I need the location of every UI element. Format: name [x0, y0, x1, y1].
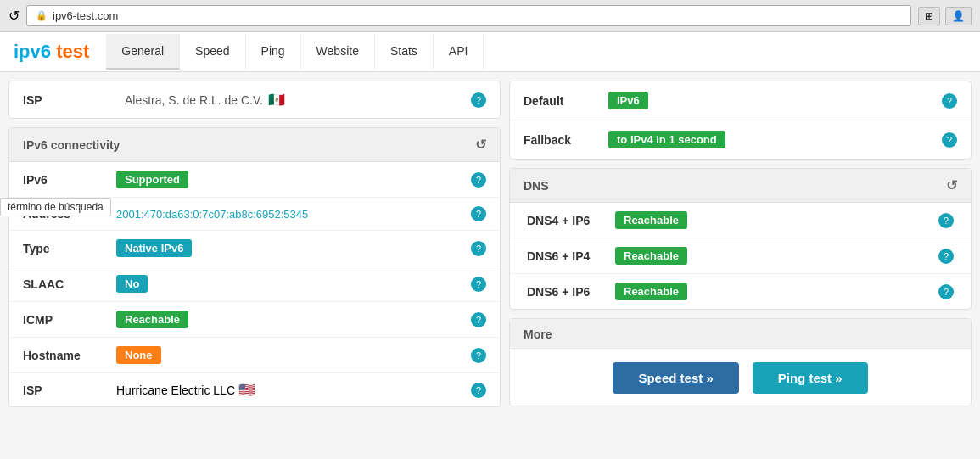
- connectivity-title: IPv6 connectivity: [23, 138, 120, 152]
- speed-test-button[interactable]: Speed test »: [613, 362, 738, 394]
- connectivity-header: IPv6 connectivity ↺: [9, 128, 500, 162]
- type-row: Type Native IPv6 ?: [9, 231, 500, 266]
- url-bar[interactable]: 🔒 ipv6-test.com: [26, 5, 911, 26]
- tab-ping[interactable]: Ping: [246, 34, 301, 70]
- ipv6-help[interactable]: ?: [471, 172, 486, 188]
- grid-btn[interactable]: ⊞: [918, 7, 940, 25]
- isp-value: Alestra, S. de R.L. de C.V. 🇲🇽: [125, 92, 471, 108]
- isp-label: ISP: [23, 93, 125, 107]
- ipv6-row: IPv6 Supported ?: [9, 162, 500, 198]
- connectivity-refresh[interactable]: ↺: [475, 137, 486, 153]
- icmp-label: ICMP: [23, 313, 116, 327]
- icmp-row: ICMP Reachable ?: [9, 302, 500, 338]
- isp-help-icon[interactable]: ?: [471, 92, 486, 108]
- dns4-ip6-badge: Reachable: [615, 211, 687, 229]
- hostname-value: None: [116, 346, 471, 364]
- slaac-value: No: [116, 275, 471, 293]
- url-text: ipv6-test.com: [53, 9, 118, 22]
- tab-website[interactable]: Website: [301, 34, 375, 70]
- dns4-ip6-label: DNS4 + IP6: [527, 214, 603, 227]
- hostname-row: Hostname None ?: [9, 338, 500, 373]
- address-help[interactable]: ?: [471, 206, 486, 221]
- ping-test-button[interactable]: Ping test »: [753, 362, 868, 394]
- fallback-help[interactable]: ?: [942, 132, 957, 148]
- hostname-help[interactable]: ?: [471, 348, 486, 363]
- dns6-ip6-row: DNS6 + IP6 Reachable ?: [510, 274, 971, 309]
- logo-test: test: [56, 41, 89, 62]
- slaac-row: SLAAC No ?: [9, 266, 500, 302]
- right-panel: Default IPv6 ? Fallback to IPv4 in 1 sec…: [501, 81, 972, 407]
- tab-speed[interactable]: Speed: [180, 34, 245, 70]
- browser-chrome: ↺ 🔒 ipv6-test.com ⊞ 👤: [0, 0, 980, 32]
- person-btn[interactable]: 👤: [945, 7, 972, 25]
- type-help[interactable]: ?: [471, 241, 486, 256]
- logo-ipv6: ipv6: [14, 41, 51, 62]
- conn-isp-value: Hurricane Electric LLC 🇺🇸: [116, 382, 471, 398]
- dns6-ip6-badge: Reachable: [615, 283, 687, 300]
- info-card: Default IPv6 ? Fallback to IPv4 in 1 sec…: [509, 81, 972, 160]
- default-label: Default: [524, 94, 608, 108]
- fallback-badge: to IPv4 in 1 second: [608, 131, 725, 148]
- address-link[interactable]: 2001:470:da63:0:7c07:ab8c:6952:5345: [116, 208, 308, 221]
- slaac-label: SLAAC: [23, 277, 116, 291]
- conn-isp-help[interactable]: ?: [471, 383, 486, 398]
- isp-name: Alestra, S. de R.L. de C.V.: [125, 93, 263, 107]
- main-content: término de búsqueda ISP Alestra, S. de R…: [0, 72, 980, 416]
- default-help[interactable]: ?: [942, 93, 957, 109]
- dns6-ip4-help[interactable]: ?: [938, 249, 954, 264]
- dns6-ip6-help[interactable]: ?: [938, 284, 954, 299]
- site-header: ipv6 test General Speed Ping Website Sta…: [0, 32, 980, 72]
- slaac-help[interactable]: ?: [471, 277, 486, 292]
- fallback-label: Fallback: [524, 133, 608, 147]
- dns-title: DNS: [524, 179, 549, 193]
- hostname-badge: None: [116, 346, 161, 364]
- search-tooltip: término de búsqueda: [0, 198, 111, 216]
- dns6-ip6-label: DNS6 + IP6: [527, 285, 603, 299]
- dns6-ip4-badge: Reachable: [615, 247, 687, 265]
- default-row: Default IPv6 ?: [510, 81, 971, 120]
- conn-isp-row: ISP Hurricane Electric LLC 🇺🇸 ?: [9, 373, 500, 406]
- dns6-ip4-row: DNS6 + IP4 Reachable ?: [510, 238, 971, 274]
- default-value: IPv6: [608, 92, 942, 109]
- tab-general[interactable]: General: [106, 34, 180, 70]
- dns-refresh[interactable]: ↺: [946, 177, 957, 193]
- dns-header: DNS ↺: [510, 169, 971, 203]
- fallback-value: to IPv4 in 1 second: [608, 131, 942, 148]
- more-section: More Speed test » Ping test »: [509, 318, 972, 406]
- dns4-ip6-row: DNS4 + IP6 Reachable ?: [510, 203, 971, 238]
- isp-row: ISP Alestra, S. de R.L. de C.V. 🇲🇽 ?: [8, 81, 501, 119]
- back-icon[interactable]: ↺: [8, 8, 20, 24]
- icmp-value: Reachable: [116, 311, 471, 328]
- fallback-row: Fallback to IPv4 in 1 second ?: [510, 120, 971, 159]
- tab-stats[interactable]: Stats: [375, 34, 434, 70]
- address-value: 2001:470:da63:0:7c07:ab8c:6952:5345: [116, 207, 471, 221]
- dns-section: DNS ↺ DNS4 + IP6 Reachable ? DNS6 + IP4 …: [509, 168, 972, 310]
- browser-controls: ⊞ 👤: [918, 7, 972, 25]
- isp-flag: 🇲🇽: [268, 92, 285, 108]
- conn-isp-name: Hurricane Electric LLC: [116, 383, 235, 397]
- more-header: More: [510, 319, 971, 350]
- tab-api[interactable]: API: [434, 34, 484, 70]
- type-value: Native IPv6: [116, 239, 471, 257]
- icmp-help[interactable]: ?: [471, 312, 486, 327]
- conn-isp-flag: 🇺🇸: [238, 383, 255, 397]
- lock-icon: 🔒: [36, 10, 48, 21]
- conn-isp-label: ISP: [23, 383, 116, 397]
- ipv6-badge: Supported: [116, 171, 188, 188]
- connectivity-section: IPv6 connectivity ↺ IPv6 Supported ? Add…: [8, 127, 501, 407]
- more-buttons: Speed test » Ping test »: [510, 350, 971, 406]
- nav-tabs: General Speed Ping Website Stats API: [106, 34, 484, 70]
- dns4-ip6-help[interactable]: ?: [938, 213, 954, 228]
- slaac-badge: No: [116, 275, 148, 293]
- type-label: Type: [23, 242, 116, 255]
- ipv6-label: IPv6: [23, 173, 116, 187]
- dns6-ip4-label: DNS6 + IP4: [527, 249, 603, 263]
- hostname-label: Hostname: [23, 349, 116, 362]
- left-panel: ISP Alestra, S. de R.L. de C.V. 🇲🇽 ? IPv…: [8, 81, 501, 407]
- default-badge: IPv6: [608, 92, 648, 109]
- ipv6-value: Supported: [116, 171, 471, 188]
- icmp-badge: Reachable: [116, 311, 188, 328]
- logo: ipv6 test: [14, 32, 89, 71]
- type-badge: Native IPv6: [116, 239, 192, 257]
